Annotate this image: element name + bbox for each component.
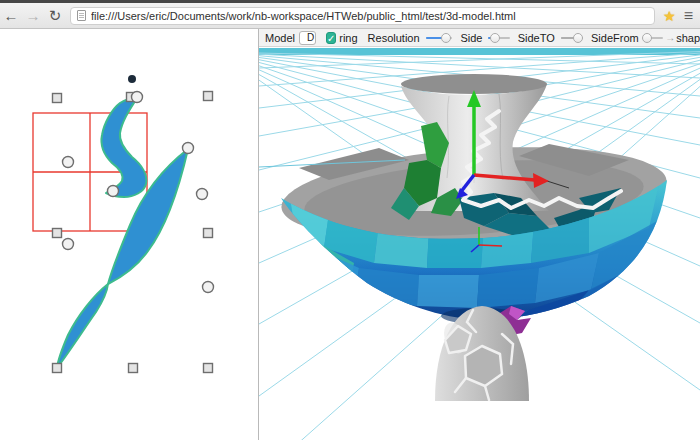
shape-label-truncated: shap — [676, 32, 700, 44]
square-handle[interactable] — [53, 94, 62, 103]
circle-handle[interactable] — [108, 186, 119, 197]
sideto-label: SideTO — [518, 32, 555, 44]
circle-handle[interactable] — [197, 189, 208, 200]
circle-handle[interactable] — [203, 282, 214, 293]
arrow-icon: → — [665, 32, 675, 43]
filled-dot-handle[interactable] — [128, 75, 136, 83]
profile-curve-large-lower[interactable] — [57, 284, 108, 368]
back-icon[interactable]: ← — [0, 5, 22, 27]
square-handle[interactable] — [53, 364, 62, 373]
side-slider[interactable] — [488, 32, 509, 44]
circle-handle[interactable] — [132, 92, 143, 103]
resolution-slider[interactable] — [426, 32, 453, 44]
square-handle[interactable] — [53, 229, 62, 238]
model-label: Model — [265, 32, 295, 44]
circle-handle[interactable] — [63, 239, 74, 250]
model-viewer-panel: Model D ▲▼ ✓ ring Resolution Side SideTO… — [258, 29, 700, 440]
forward-icon[interactable]: → — [22, 5, 44, 27]
square-handle[interactable] — [204, 92, 213, 101]
circle-handle[interactable] — [183, 143, 194, 154]
ring-checkbox[interactable]: ✓ — [326, 32, 336, 44]
resolution-label: Resolution — [368, 32, 420, 44]
curve-editor-svg[interactable] — [0, 29, 258, 440]
model-controls-toolbar: Model D ▲▼ ✓ ring Resolution Side SideTO… — [259, 29, 700, 47]
slider-thumb[interactable] — [573, 33, 583, 43]
sideto-slider[interactable] — [561, 32, 583, 44]
url-text[interactable]: file:///Users/eric/Documents/work/nb-wor… — [91, 10, 516, 22]
slider-thumb[interactable] — [642, 33, 652, 43]
model-select[interactable]: D ▲▼ — [299, 31, 316, 45]
slider-thumb[interactable] — [441, 33, 451, 43]
model-select-value: D — [300, 32, 316, 43]
ring-label: ring — [339, 32, 357, 44]
square-handle[interactable] — [129, 364, 138, 373]
address-bar[interactable]: file:///Users/eric/Documents/work/nb-wor… — [70, 7, 655, 25]
menu-icon[interactable]: ≡ — [684, 7, 692, 25]
bookmark-star-icon[interactable]: ★ — [663, 8, 676, 24]
side-label: Side — [460, 32, 482, 44]
square-handle[interactable] — [204, 364, 213, 373]
model-3d-canvas[interactable] — [259, 48, 700, 440]
browser-toolbar: ← → ↻ file:///Users/eric/Documents/work/… — [0, 3, 700, 29]
page-icon — [77, 10, 86, 21]
curve-editor-panel — [0, 29, 258, 440]
reload-icon[interactable]: ↻ — [44, 5, 66, 27]
circle-handle[interactable] — [63, 157, 74, 168]
sidefrom-label: SideFrom — [591, 32, 639, 44]
square-handle[interactable] — [204, 229, 213, 238]
sidefrom-slider[interactable] — [645, 32, 663, 44]
slider-thumb[interactable] — [490, 33, 500, 43]
